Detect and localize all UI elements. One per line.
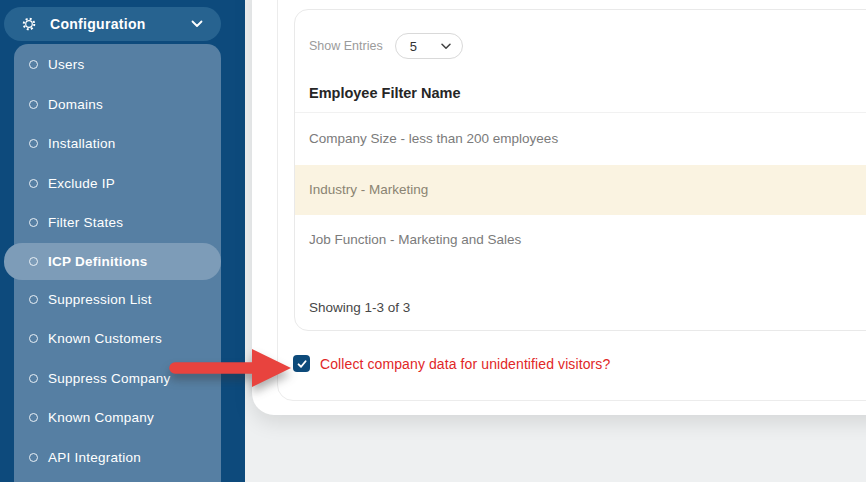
table-column-header: Employee Filter Name	[295, 74, 866, 113]
chevron-down-icon	[191, 20, 203, 28]
sidebar-menu: Users Domains Installation Exclude IP Fi…	[14, 44, 221, 482]
sidebar-item-installation[interactable]: Installation	[14, 124, 221, 164]
main-content: Show Entries 5 Employee Filter Name Comp…	[245, 0, 866, 482]
show-entries-label: Show Entries	[309, 39, 383, 53]
circle-bullet-icon	[29, 60, 38, 69]
sidebar-item-label: Suppression List	[48, 292, 152, 307]
sidebar-item-label: Known Company	[48, 410, 154, 425]
sidebar-header-label: Configuration	[50, 16, 146, 32]
circle-bullet-icon	[29, 218, 38, 227]
circle-bullet-icon	[29, 179, 38, 188]
sidebar-item-label: Users	[48, 57, 85, 72]
collect-data-label[interactable]: Collect company data for unidentified vi…	[320, 356, 610, 372]
circle-bullet-icon	[29, 453, 38, 462]
sidebar-item-label: API Integration	[48, 450, 141, 465]
sidebar-item-label: Exclude IP	[48, 176, 115, 191]
sidebar-item-label: Filter States	[48, 215, 123, 230]
pagination-summary: Showing 1-3 of 3	[295, 293, 410, 323]
circle-bullet-icon	[29, 139, 38, 148]
chevron-down-icon	[441, 43, 451, 50]
sidebar-item-label: ICP Definitions	[48, 254, 148, 269]
sidebar-item-suppression-list[interactable]: Suppression List	[14, 280, 221, 320]
sidebar-item-icp-definitions[interactable]: ICP Definitions	[4, 243, 221, 280]
sidebar-item-filter-states[interactable]: Filter States	[14, 203, 221, 243]
sidebar-item-label: Domains	[48, 97, 103, 112]
sidebar-item-label: Known Customers	[48, 331, 162, 346]
gear-icon	[21, 16, 37, 32]
table-row[interactable]: Job Function - Marketing and Sales	[295, 215, 866, 266]
entries-row: Show Entries 5	[309, 32, 463, 60]
circle-bullet-icon	[29, 257, 38, 266]
circle-bullet-icon	[29, 413, 38, 422]
circle-bullet-icon	[29, 334, 38, 343]
employee-filter-table-card: Show Entries 5 Employee Filter Name Comp…	[294, 9, 866, 331]
sidebar-item-known-customers[interactable]: Known Customers	[14, 319, 221, 359]
circle-bullet-icon	[29, 295, 38, 304]
sidebar-item-api-integration[interactable]: API Integration	[14, 438, 221, 478]
app-window: Configuration Users Domains Installation…	[0, 0, 866, 482]
sidebar: Configuration Users Domains Installation…	[0, 0, 245, 482]
circle-bullet-icon	[29, 374, 38, 383]
sidebar-item-known-company[interactable]: Known Company	[14, 398, 221, 438]
circle-bullet-icon	[29, 100, 38, 109]
sidebar-item-domains[interactable]: Domains	[14, 85, 221, 125]
entries-select-value: 5	[410, 39, 417, 54]
sidebar-item-users[interactable]: Users	[14, 45, 221, 85]
entries-select[interactable]: 5	[395, 33, 463, 59]
sidebar-item-suppress-company[interactable]: Suppress Company	[14, 359, 221, 399]
sidebar-header-configuration[interactable]: Configuration	[4, 7, 221, 41]
table-row[interactable]: Company Size - less than 200 employees	[295, 114, 866, 165]
sidebar-item-label: Installation	[48, 136, 116, 151]
collect-data-checkbox[interactable]	[293, 355, 310, 372]
collect-data-row: Collect company data for unidentified vi…	[293, 355, 610, 372]
sidebar-item-label: Suppress Company	[48, 371, 171, 386]
checkmark-icon	[296, 358, 308, 370]
table-row-highlighted[interactable]: Industry - Marketing	[295, 165, 866, 216]
sidebar-item-exclude-ip[interactable]: Exclude IP	[14, 164, 221, 204]
